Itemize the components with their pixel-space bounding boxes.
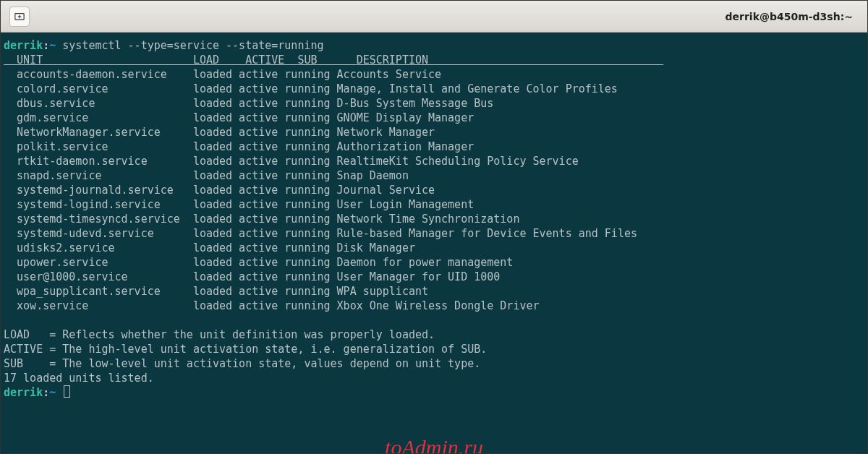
service-row: user@1000.service loaded active running …	[4, 270, 864, 284]
service-row: rtkit-daemon.service loaded active runni…	[4, 154, 864, 168]
legend-sub: SUB = The low-level unit activation stat…	[4, 356, 864, 371]
service-row: systemd-journald.service loaded active r…	[4, 183, 864, 197]
prompt-path: ~	[49, 386, 56, 399]
service-row: polkit.service loaded active running Aut…	[4, 140, 864, 154]
new-tab-icon	[14, 12, 25, 22]
col-load: LOAD	[193, 53, 219, 67]
prompt-line-2: derrik:~	[4, 385, 864, 400]
prompt-sep: :	[43, 39, 49, 52]
window-title: derrik@b450m-d3sh:~	[726, 11, 853, 22]
service-row: systemd-logind.service loaded active run…	[4, 197, 864, 212]
watermark: toAdmin.ru	[385, 440, 483, 454]
service-row: systemd-udevd.service loaded active runn…	[4, 226, 864, 241]
legend-load: LOAD = Reflects whether the unit definit…	[4, 327, 864, 342]
service-row: dbus.service loaded active running D-Bus…	[4, 96, 864, 111]
service-row: gdm.service loaded active running GNOME …	[4, 111, 864, 125]
cursor	[64, 385, 70, 398]
service-row: udisks2.service loaded active running Di…	[4, 241, 864, 255]
prompt-line: derrik:~ systemctl --type=service --stat…	[4, 38, 864, 53]
terminal-pane[interactable]: derrik:~ systemctl --type=service --stat…	[1, 33, 867, 454]
col-description: DESCRIPTION	[357, 53, 428, 67]
blank-line	[4, 313, 864, 327]
prompt-sep: :	[43, 386, 49, 399]
service-row: colord.service loaded active running Man…	[4, 82, 864, 96]
prompt-path: ~	[49, 39, 56, 52]
new-tab-button[interactable]	[9, 7, 30, 27]
service-row: NetworkManager.service loaded active run…	[4, 125, 864, 140]
prompt-user: derrik	[4, 386, 43, 399]
service-row: systemd-timesyncd.service loaded active …	[4, 212, 864, 226]
col-sub: SUB	[297, 53, 317, 67]
service-row: accounts-daemon.service loaded active ru…	[4, 67, 864, 82]
legend-count: 17 loaded units listed.	[4, 371, 864, 385]
service-row: wpa_supplicant.service loaded active run…	[4, 284, 864, 299]
prompt-user: derrik	[4, 39, 43, 52]
service-row: upower.service loaded active running Dae…	[4, 255, 864, 270]
col-active: ACTIVE	[245, 53, 284, 67]
service-row: snapd.service loaded active running Snap…	[4, 168, 864, 183]
prompt-command: systemctl --type=service --state=running	[62, 39, 323, 52]
col-unit: UNIT	[17, 53, 43, 67]
titlebar: derrik@b450m-d3sh:~	[1, 1, 867, 33]
column-header-row: UNIT LOAD ACTIVE SUB DESCRIPTION	[4, 53, 864, 67]
service-row: xow.service loaded active running Xbox O…	[4, 299, 864, 313]
legend-active: ACTIVE = The high-level unit activation …	[4, 342, 864, 356]
